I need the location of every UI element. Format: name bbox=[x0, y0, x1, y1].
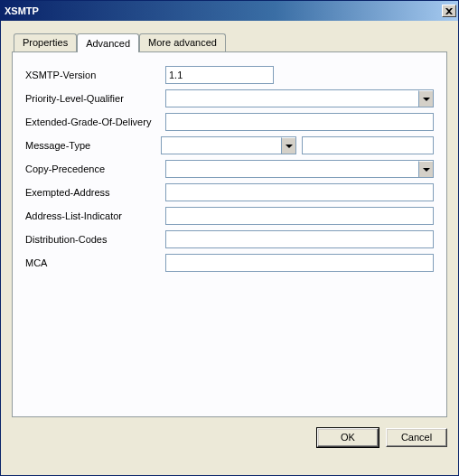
row-xsmtp-version: XSMTP-Version bbox=[25, 63, 434, 87]
label-distribution-codes: Distribution-Codes bbox=[25, 234, 165, 245]
row-address-list-indicator: Address-List-Indicator bbox=[25, 204, 434, 228]
input-distribution-codes[interactable] bbox=[165, 230, 434, 248]
label-exempted-address: Exempted-Address bbox=[25, 187, 165, 198]
row-message-type: Message-Type bbox=[25, 134, 434, 157]
label-copy-precedence: Copy-Precedence bbox=[25, 163, 165, 174]
combo-copy-precedence[interactable] bbox=[165, 160, 434, 178]
tab-advanced[interactable]: Advanced bbox=[77, 33, 139, 52]
combo-priority-level-qualifier-text bbox=[166, 90, 418, 107]
label-mca: MCA bbox=[25, 257, 165, 268]
row-mca: MCA bbox=[25, 251, 434, 275]
close-icon bbox=[445, 8, 453, 14]
tab-more-advanced[interactable]: More advanced bbox=[139, 33, 226, 51]
tab-properties[interactable]: Properties bbox=[14, 33, 77, 51]
combo-copy-precedence-text bbox=[166, 161, 418, 177]
client-area: Properties Advanced More advanced XSMTP-… bbox=[1, 21, 458, 475]
label-message-type: Message-Type bbox=[25, 140, 161, 151]
label-extended-grade-of-delivery: Extended-Grade-Of-Delivery bbox=[25, 117, 165, 127]
window-title: XSMTP bbox=[5, 5, 440, 16]
input-address-list-indicator[interactable] bbox=[165, 207, 434, 225]
advanced-panel: XSMTP-Version Priority-Level-Qualifier E… bbox=[12, 51, 447, 417]
dialog-buttons: OK Cancel bbox=[12, 417, 447, 447]
cancel-button[interactable]: Cancel bbox=[386, 428, 447, 447]
chevron-down-icon[interactable] bbox=[418, 90, 433, 107]
chevron-down-icon[interactable] bbox=[418, 161, 433, 177]
row-distribution-codes: Distribution-Codes bbox=[25, 228, 434, 251]
chevron-down-icon[interactable] bbox=[281, 137, 295, 154]
combo-priority-level-qualifier[interactable] bbox=[165, 89, 434, 107]
label-priority-level-qualifier: Priority-Level-Qualifier bbox=[25, 93, 165, 104]
input-xsmtp-version[interactable] bbox=[165, 66, 274, 84]
input-message-type-extra[interactable] bbox=[302, 136, 434, 154]
combo-message-type[interactable] bbox=[161, 136, 296, 154]
row-extended-grade-of-delivery: Extended-Grade-Of-Delivery bbox=[25, 110, 434, 134]
input-extended-grade-of-delivery[interactable] bbox=[165, 113, 434, 131]
row-copy-precedence: Copy-Precedence bbox=[25, 157, 434, 181]
label-address-list-indicator: Address-List-Indicator bbox=[25, 210, 165, 221]
xsmtp-window: XSMTP Properties Advanced More advanced … bbox=[0, 0, 459, 476]
ok-button[interactable]: OK bbox=[317, 428, 379, 447]
label-xsmtp-version: XSMTP-Version bbox=[25, 70, 165, 80]
input-mca[interactable] bbox=[165, 254, 434, 272]
input-exempted-address[interactable] bbox=[165, 183, 434, 201]
combo-message-type-text bbox=[162, 137, 281, 154]
titlebar: XSMTP bbox=[1, 1, 458, 21]
row-exempted-address: Exempted-Address bbox=[25, 181, 434, 204]
row-priority-level-qualifier: Priority-Level-Qualifier bbox=[25, 87, 434, 110]
tab-strip: Properties Advanced More advanced bbox=[12, 32, 447, 51]
close-button[interactable] bbox=[442, 5, 456, 17]
